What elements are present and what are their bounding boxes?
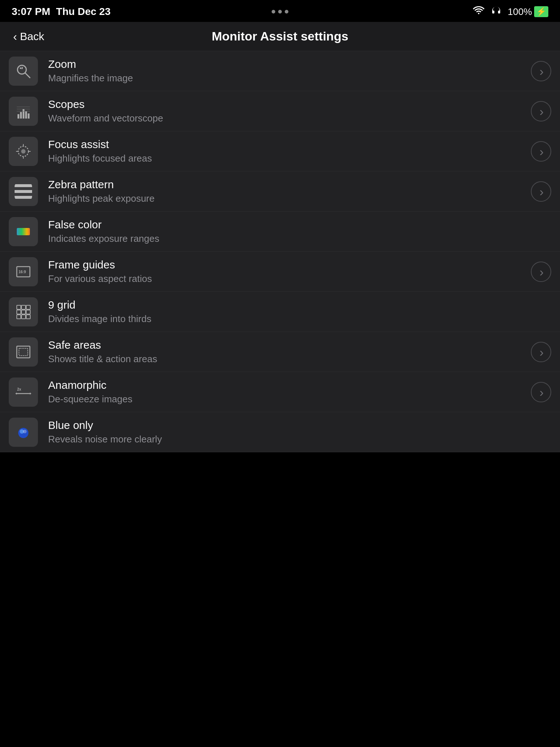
blue-only-subtitle: Reveals noise more clearly <box>48 434 551 445</box>
dot-1 <box>272 10 275 13</box>
anamorphic-icon: 2x <box>9 378 38 407</box>
frame-guides-subtitle: For various aspect ratios <box>48 273 525 285</box>
false-color-title: False color <box>48 218 551 231</box>
focus-assist-text: Focus assistHighlights focused areas <box>48 138 525 164</box>
zoom-chevron-icon <box>531 61 551 81</box>
settings-item-zoom[interactable]: x2 ZoomMagnifies the image <box>0 51 560 91</box>
zebra-pattern-subtitle: Highlights peak exposure <box>48 193 525 204</box>
zoom-title: Zoom <box>48 58 525 70</box>
svg-point-15 <box>21 149 26 154</box>
zebra-pattern-text: Zebra patternHighlights peak exposure <box>48 178 525 204</box>
scopes-chevron-icon <box>531 101 551 121</box>
settings-item-focus-assist[interactable]: Focus assistHighlights focused areas <box>0 131 560 171</box>
blue-only-text: Blue onlyReveals noise more clearly <box>48 419 551 445</box>
zoom-subtitle: Magnifies the image <box>48 73 525 84</box>
9-grid-title: 9 grid <box>48 299 551 311</box>
zebra-pattern-chevron-icon <box>531 181 551 202</box>
wifi-icon <box>473 6 485 18</box>
headphone-icon <box>491 6 501 18</box>
svg-rect-5 <box>18 114 19 119</box>
safe-areas-title: Safe areas <box>48 339 525 351</box>
status-left: 3:07 PM Thu Dec 23 <box>12 6 110 18</box>
anamorphic-subtitle: De-squeeze images <box>48 394 525 405</box>
back-label: Back <box>20 30 44 43</box>
settings-item-zebra-pattern[interactable]: Zebra patternHighlights peak exposure <box>0 171 560 212</box>
false-color-subtitle: Indicates exposure ranges <box>48 233 551 244</box>
settings-item-9-grid[interactable]: 9 gridDivides image into thirds <box>0 292 560 332</box>
settings-item-anamorphic[interactable]: 2x AnamorphicDe-squeeze images <box>0 372 560 412</box>
anamorphic-title: Anamorphic <box>48 379 525 391</box>
battery-percentage: 100% <box>508 6 532 18</box>
svg-text:2x: 2x <box>17 387 22 391</box>
page-title: Monitor Assist settings <box>212 29 349 43</box>
focus-assist-chevron-icon <box>531 141 551 162</box>
scopes-subtitle: Waveform and vectorscope <box>48 113 525 124</box>
time: 3:07 PM <box>12 6 50 18</box>
false-color-text: False colorIndicates exposure ranges <box>48 218 551 244</box>
anamorphic-text: AnamorphicDe-squeeze images <box>48 379 525 405</box>
status-bar: 3:07 PM Thu Dec 23 100% ⚡ <box>0 0 560 22</box>
9-grid-icon <box>9 297 38 326</box>
frame-guides-icon: 16:9 <box>9 257 38 286</box>
zoom-text: ZoomMagnifies the image <box>48 58 525 84</box>
settings-item-scopes[interactable]: ScopesWaveform and vectorscope <box>0 91 560 131</box>
frame-guides-chevron-icon <box>531 262 551 282</box>
svg-point-51 <box>23 430 27 433</box>
frame-guides-text: Frame guidesFor various aspect ratios <box>48 259 525 285</box>
back-button[interactable]: ‹ Back <box>9 27 48 46</box>
safe-areas-chevron-icon <box>531 342 551 362</box>
dot-3 <box>285 10 288 13</box>
dot-2 <box>278 10 282 13</box>
anamorphic-chevron-icon <box>531 382 551 402</box>
svg-rect-43 <box>15 383 32 401</box>
safe-areas-text: Safe areasShows title & action areas <box>48 339 525 365</box>
empty-area <box>0 452 560 747</box>
battery-icon: ⚡ <box>534 6 548 17</box>
scopes-title: Scopes <box>48 98 525 111</box>
zoom-icon: x2 <box>9 57 38 86</box>
zebra-pattern-icon <box>9 177 38 206</box>
blue-only-title: Blue only <box>48 419 551 431</box>
svg-rect-9 <box>28 113 30 119</box>
focus-assist-title: Focus assist <box>48 138 525 151</box>
settings-item-false-color[interactable]: False colorIndicates exposure ranges <box>0 212 560 252</box>
svg-rect-30 <box>15 303 32 321</box>
safe-areas-icon <box>9 337 38 367</box>
nav-bar: ‹ Back Monitor Assist settings <box>0 22 560 51</box>
false-color-icon <box>9 217 38 246</box>
scopes-icon <box>9 97 38 126</box>
focus-assist-subtitle: Highlights focused areas <box>48 153 525 164</box>
settings-list: x2 ZoomMagnifies the image ScopesWavefor… <box>0 51 560 452</box>
settings-item-safe-areas[interactable]: Safe areasShows title & action areas <box>0 332 560 372</box>
safe-areas-subtitle: Shows title & action areas <box>48 353 525 365</box>
svg-rect-8 <box>25 111 27 119</box>
svg-text:16:9: 16:9 <box>19 270 26 274</box>
settings-item-blue-only[interactable]: Blue onlyReveals noise more clearly <box>0 412 560 452</box>
focus-assist-icon <box>9 137 38 166</box>
9-grid-subtitle: Divides image into thirds <box>48 313 551 325</box>
svg-text:x2: x2 <box>20 66 23 70</box>
zebra-pattern-title: Zebra pattern <box>48 178 525 191</box>
svg-rect-26 <box>17 228 30 235</box>
battery-container: 100% ⚡ <box>508 6 549 18</box>
blue-only-icon <box>9 418 38 447</box>
back-chevron-icon: ‹ <box>13 31 17 42</box>
scopes-text: ScopesWaveform and vectorscope <box>48 98 525 124</box>
svg-rect-7 <box>23 109 24 119</box>
status-right: 100% ⚡ <box>473 6 549 18</box>
date: Thu Dec 23 <box>56 6 110 18</box>
9-grid-text: 9 gridDivides image into thirds <box>48 299 551 325</box>
status-dots <box>272 10 288 13</box>
svg-rect-6 <box>20 112 22 119</box>
settings-item-frame-guides[interactable]: 16:9 Frame guidesFor various aspect rati… <box>0 252 560 292</box>
frame-guides-title: Frame guides <box>48 259 525 271</box>
